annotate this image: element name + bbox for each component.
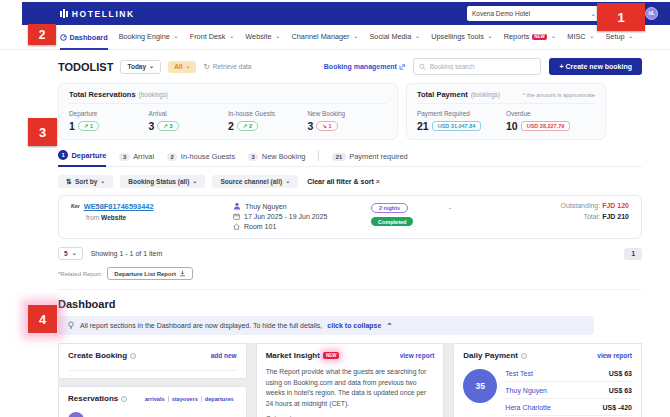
stat-overdue: Overdue 10 USD 28,227.79	[506, 110, 595, 132]
chevron-up-icon: ⌃	[386, 322, 392, 330]
payment-guest-link[interactable]: Test Test	[505, 370, 533, 377]
nav-dashboard[interactable]: Dashboard	[60, 25, 108, 50]
booking-status-dropdown[interactable]: Booking Status (all) ⌄	[120, 175, 205, 188]
add-new-link[interactable]: add new	[211, 352, 237, 359]
search-icon	[419, 63, 426, 71]
total-payment-title: Total Payment	[417, 90, 468, 99]
tab-arrival[interactable]: 3 Arrival	[119, 152, 154, 166]
payment-guest-link[interactable]: Hera Charlotte	[505, 404, 551, 411]
annotation-box-3: 3	[28, 118, 57, 146]
nav-front-desk[interactable]: Front Desk	[190, 25, 235, 50]
sort-icon: ⇅	[66, 178, 72, 185]
kovena-source-icon: Kov	[71, 204, 80, 209]
showing-text: Showing 1 - 1 of 1 item	[91, 250, 163, 257]
nav-social-media[interactable]: Social Media	[370, 25, 421, 50]
booking-search-input[interactable]	[430, 63, 536, 70]
trend-down-badge: 1	[316, 121, 337, 131]
daily-payment-view-report-link[interactable]: view report	[597, 352, 632, 359]
trend-up-badge: 2	[237, 121, 258, 131]
market-insight-view-report-link[interactable]: view report	[400, 352, 435, 359]
reservations-card: Reservations arrivals stayovers departur…	[58, 386, 247, 417]
dashboard-section: Dashboard All report sections in the Das…	[58, 289, 642, 417]
page-size-select[interactable]: 5 ⌄	[58, 247, 83, 260]
source-channel-dropdown[interactable]: Source channel (all) ⌄	[212, 175, 298, 188]
dashboard-title: Dashboard	[58, 298, 642, 310]
stayovers-link[interactable]: stayovers	[168, 396, 201, 402]
overdue-amount: USD 28,227.79	[521, 121, 571, 131]
trend-up-badge: 1	[78, 121, 99, 131]
nav-channel-manager[interactable]: Channel Manager	[292, 25, 359, 50]
create-new-booking-button[interactable]: Create new booking	[549, 58, 642, 75]
retrieve-data-button[interactable]: ↻ Retrieve data	[203, 63, 251, 71]
booking-dates: 17 Jun 2025 - 19 Jun 2025	[233, 213, 371, 220]
person-icon	[233, 202, 241, 210]
top-navbar: HOTELLINK Kovena Demo Hotel ⌄ HL	[22, 2, 670, 25]
market-insight-card: Market Insight NEW view report The Repor…	[256, 343, 445, 417]
booking-empty-dash: -	[449, 202, 507, 211]
booking-search[interactable]	[413, 58, 541, 75]
nav-website[interactable]: Website	[245, 25, 280, 50]
todolist-header: TODOLIST Today ⌄ All ⌄ ↻ Retrieve data B…	[58, 58, 642, 75]
annotation-box-2: 2	[28, 24, 56, 45]
today-dropdown[interactable]: Today ⌄	[120, 60, 161, 74]
total-row: Total: FJD 210	[560, 213, 629, 220]
market-insight-description: The Report provide what the guests are s…	[266, 367, 435, 409]
time-filter-dropdown[interactable]: All ⌄	[168, 61, 196, 73]
create-booking-card: Create Booking add new	[58, 343, 247, 379]
chevron-down-icon: ⌄	[72, 250, 77, 256]
total-reservations-card: Total Reservations (bookings) Departure …	[58, 83, 398, 140]
chevron-down-icon: ⌄	[285, 178, 290, 184]
payment-guest-link[interactable]: Thuy Nguyen	[505, 387, 547, 394]
download-icon	[179, 270, 186, 277]
booking-management-link[interactable]: Booking management	[324, 63, 406, 70]
trend-up-badge: 3	[157, 121, 178, 131]
tab-inhouse-guests[interactable]: 2 In-house Guests	[167, 152, 235, 166]
payment-row: Hera Charlotte US$ -420	[505, 399, 632, 416]
tab-new-booking[interactable]: 3 New Booking	[248, 152, 305, 166]
chevron-down-icon: ⌄	[185, 63, 190, 69]
sort-by-dropdown[interactable]: ⇅ Sort by ⌄	[58, 175, 113, 188]
hotel-select-value: Kovena Demo Hotel	[472, 10, 530, 17]
booking-id-link[interactable]: WE58F81746593442	[84, 202, 154, 211]
guest-avatar	[68, 412, 84, 417]
arrivals-link[interactable]: arrivals	[142, 396, 168, 402]
nav-booking-engine[interactable]: Booking Engine	[119, 25, 179, 50]
hotellink-logo-icon	[60, 9, 68, 18]
dashboard-icon	[60, 34, 67, 41]
departures-link[interactable]: departures	[201, 396, 237, 402]
page-1-button[interactable]: 1	[624, 248, 642, 260]
tab-payment-required[interactable]: 21 Payment required	[332, 152, 407, 166]
daily-payment-card: Daily Payment view report 35 Test Test U…	[453, 343, 642, 417]
hotellink-logo: HOTELLINK	[60, 9, 135, 19]
booking-guest: Thuy Nguyen	[233, 202, 371, 210]
info-icon	[521, 353, 527, 359]
click-to-collapse-link[interactable]: click to collapse	[327, 322, 381, 329]
clear-filters-button[interactable]: Clear all filter & sort	[307, 178, 380, 185]
home-icon	[233, 223, 240, 230]
info-icon	[130, 353, 136, 359]
pagination: 5 ⌄ Showing 1 - 1 of 1 item 1	[58, 247, 642, 260]
refresh-icon: ↻	[203, 63, 209, 71]
outstanding-row: Outstanding: FJD 120	[560, 202, 629, 209]
nav-misc[interactable]: MISC	[567, 25, 594, 50]
total-value: FJD 210	[602, 213, 629, 220]
annotation-box-4: 4	[28, 305, 57, 333]
payment-row: Test Test US$ 63	[505, 365, 632, 382]
nav-upsellings-tools[interactable]: Upsellings Tools	[431, 25, 493, 50]
user-avatar[interactable]: HL	[645, 7, 658, 20]
stat-payment-required: Payment Required 21 USD 31,047.84	[417, 110, 506, 132]
hotel-select[interactable]: Kovena Demo Hotel ⌄	[467, 6, 601, 21]
tab-departure[interactable]: 1 Departure	[58, 150, 106, 167]
nav-reports[interactable]: Reports NEW	[504, 25, 557, 50]
payment-required-amount: USD 31,047.84	[432, 121, 482, 131]
collapse-notice: All report sections in the Dashboard are…	[58, 316, 594, 335]
payment-row: Thuy Nguyen US$ 63	[505, 382, 632, 399]
tab-divider	[318, 150, 319, 161]
stat-arrival: Arrival 3 3	[149, 110, 229, 132]
total-payment-card: Total Payment (bookings) * the amount is…	[406, 83, 606, 140]
reports-new-badge: NEW	[532, 34, 548, 41]
outstanding-value: FJD 120	[602, 202, 629, 209]
departure-list-report-button[interactable]: Departure List Report	[107, 267, 193, 280]
todolist-tabs: 1 Departure 3 Arrival 2 In-house Guests …	[58, 150, 642, 167]
booking-room: Room 101	[233, 223, 371, 230]
